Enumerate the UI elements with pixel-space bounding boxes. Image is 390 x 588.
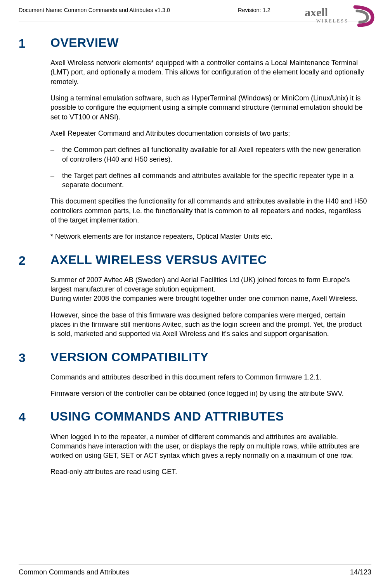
paragraph: This document specifies the functionalit… <box>50 197 367 225</box>
list-item-text: the Target part defines all commands and… <box>62 171 367 190</box>
section-heading: 4USING COMMANDS AND ATTRIBUTES <box>19 410 371 424</box>
paragraph: Axell Wireless network elements* equippe… <box>50 58 367 86</box>
paragraph: Axell Repeater Command and Attributes do… <box>50 129 367 138</box>
paragraph: However, since the base of this firmware… <box>50 310 367 339</box>
section-title: AXELL WIRELESS VERSUS AVITEC <box>50 253 267 267</box>
footer-title: Common Commands and Attributes <box>19 568 129 576</box>
paragraph: Summer of 2007 Avitec AB (Sweden) and Ae… <box>50 275 367 303</box>
section-body: When logged in to the repeater, a number… <box>50 432 367 477</box>
paragraph: Firmware version of the controller can b… <box>50 389 367 398</box>
paragraph: Read-only attributes are read using GET. <box>50 467 367 476</box>
footer-page: 14/123 <box>350 568 371 576</box>
list-item: –the Common part defines all functionali… <box>50 145 367 164</box>
doc-name: Document Name: Common Commands and Attri… <box>19 7 170 13</box>
page-content: 1OVERVIEWAxell Wireless network elements… <box>19 21 371 488</box>
bullet-dash-icon: – <box>50 171 62 190</box>
paragraph: Commands and attributes described in thi… <box>50 372 367 382</box>
axell-logo: axell WIRELESS <box>301 4 378 28</box>
section-body: Axell Wireless network elements* equippe… <box>50 58 367 241</box>
list-item-text: the Common part defines all functionalit… <box>62 145 367 164</box>
section-number: 2 <box>19 253 50 267</box>
section-title: VERSION COMPATIBILITY <box>50 350 209 364</box>
revision: Revision: 1.2 <box>238 7 270 13</box>
section-body: Summer of 2007 Avitec AB (Sweden) and Ae… <box>50 275 367 339</box>
section-title: OVERVIEW <box>50 36 119 50</box>
paragraph: * Network elements are for instance repe… <box>50 232 367 241</box>
section-title: USING COMMANDS AND ATTRIBUTES <box>50 410 284 423</box>
page-header: Document Name: Common Commands and Attri… <box>19 7 371 26</box>
section-body: Commands and attributes described in thi… <box>50 372 367 398</box>
list-item: –the Target part defines all commands an… <box>50 171 367 190</box>
paragraph: When logged in to the repeater, a number… <box>50 432 367 460</box>
section-gap <box>19 339 371 350</box>
section-gap <box>19 398 371 410</box>
logo-swoosh-inner-icon <box>357 11 367 22</box>
section-number: 3 <box>19 350 50 365</box>
bullet-dash-icon: – <box>50 145 62 164</box>
section-heading: 3VERSION COMPATIBILITY <box>19 350 371 365</box>
section-number: 4 <box>19 410 50 424</box>
page-footer: Common Commands and Attributes 14/123 <box>19 564 371 576</box>
paragraph: Using a terminal emulation software, suc… <box>50 93 367 122</box>
logo-text-bottom: WIRELESS <box>316 18 348 24</box>
section-heading: 1OVERVIEW <box>19 36 371 50</box>
footer-divider <box>19 564 371 564</box>
section-number: 1 <box>19 36 50 50</box>
logo-text-top: axell <box>305 6 328 19</box>
section-gap <box>19 241 371 253</box>
section-heading: 2AXELL WIRELESS VERSUS AVITEC <box>19 253 371 267</box>
section-gap <box>19 477 371 488</box>
